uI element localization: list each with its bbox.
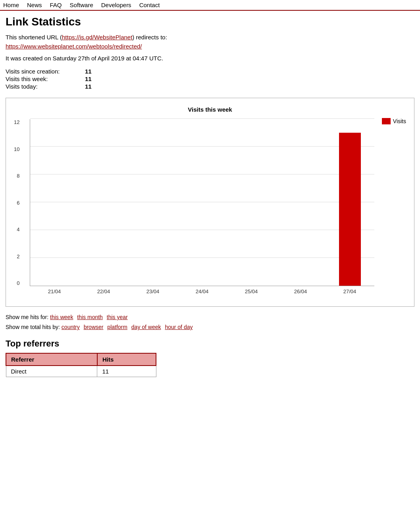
total-by-label: Show me total hits by: (6, 324, 60, 330)
bar-group (129, 119, 178, 286)
stat-this-week: Visits this week: 11 (6, 75, 414, 82)
grid-line-12 (30, 118, 374, 119)
bar-group (30, 119, 79, 286)
filter-this-month[interactable]: this month (77, 314, 103, 320)
chart-legend: Visits (382, 118, 406, 124)
bar (339, 133, 361, 286)
col-referrer: Referrer (6, 353, 97, 366)
nav-news[interactable]: News (27, 2, 42, 8)
x-axis-labels: 21/0422/0423/0424/0425/0426/0427/04 (30, 288, 374, 294)
nav-software[interactable]: Software (70, 2, 93, 8)
stats-table: Visits since creation: 11 Visits this we… (6, 68, 414, 90)
col-hits: Hits (97, 353, 156, 366)
filter-this-week[interactable]: this week (50, 314, 73, 320)
x-label: 24/04 (177, 288, 227, 294)
x-label: 26/04 (276, 288, 325, 294)
bar-group (178, 119, 227, 286)
y-axis: 12 10 8 6 4 2 0 (14, 119, 21, 286)
filter-day-of-week[interactable]: day of week (131, 324, 161, 330)
navigation: Home News FAQ Software Developers Contac… (0, 0, 420, 11)
filter-this-year[interactable]: this year (107, 314, 128, 320)
chart-plot (30, 119, 374, 286)
nav-faq[interactable]: FAQ (50, 2, 62, 8)
nav-developers[interactable]: Developers (101, 2, 131, 8)
referrer-cell: Direct (6, 366, 97, 377)
filter-platform[interactable]: platform (107, 324, 127, 330)
hits-cell: 11 (97, 366, 156, 377)
chart-title: Visits this week (14, 106, 406, 113)
short-url-link[interactable]: https://is.gd/WebsitePlanet (62, 34, 132, 41)
bar-group (325, 119, 374, 286)
description-middle: ) redirects to: (132, 34, 167, 41)
x-label: 22/04 (79, 288, 128, 294)
hits-for-label: Show me hits for: (6, 314, 48, 320)
x-label: 21/04 (30, 288, 79, 294)
filter-browser[interactable]: browser (84, 324, 104, 330)
creation-info: It was created on Saturday 27th of April… (6, 55, 414, 62)
description: This shortened URL (https://is.gd/Websit… (6, 33, 414, 51)
description-prefix: This shortened URL ( (6, 34, 62, 41)
bar-group (227, 119, 276, 286)
bar-group (276, 119, 325, 286)
stat-since-creation: Visits since creation: 11 (6, 68, 414, 75)
stat-today: Visits today: 11 (6, 83, 414, 90)
legend-label: Visits (393, 118, 406, 124)
table-row: Direct11 (6, 366, 156, 377)
x-label: 27/04 (325, 288, 374, 294)
filter-country[interactable]: country (62, 324, 80, 330)
chart-container: Visits this week Visits 12 10 8 6 4 2 0 (6, 98, 414, 307)
x-label: 25/04 (227, 288, 276, 294)
page-title: Link Statistics (6, 15, 414, 28)
nav-home[interactable]: Home (3, 2, 19, 8)
referrers-table: Referrer Hits Direct11 (6, 353, 156, 377)
referrers-title: Top referrers (6, 339, 414, 349)
bars-area (30, 119, 374, 286)
filter-links: Show me hits for: this week this month t… (6, 312, 414, 332)
bar-group (79, 119, 129, 286)
x-label: 23/04 (128, 288, 177, 294)
nav-contact[interactable]: Contact (139, 2, 160, 8)
chart-area: 12 10 8 6 4 2 0 (30, 119, 374, 286)
full-url-link[interactable]: https://www.websiteplanet.com/webtools/r… (6, 43, 142, 50)
filter-hour-of-day[interactable]: hour of day (165, 324, 193, 330)
legend-color-box (382, 118, 391, 124)
